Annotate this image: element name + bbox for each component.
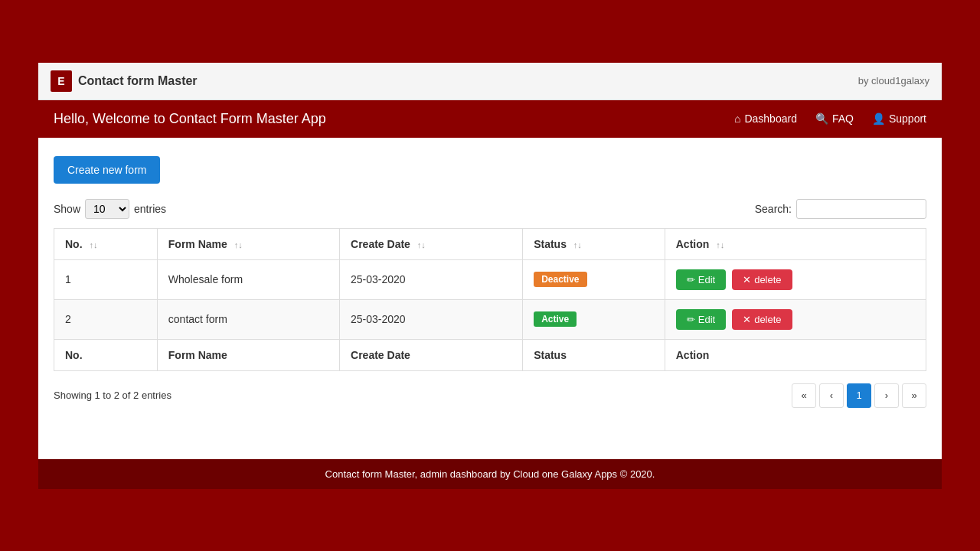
edit-label-1: Edit (698, 274, 715, 285)
pagination-prev[interactable]: ‹ (819, 383, 844, 408)
cell-form-name-2: contact form (157, 299, 339, 339)
header-bar: E Contact form Master by cloud1galaxy (38, 63, 942, 100)
status-badge-2: Active (534, 311, 577, 327)
action-btns-2: ✏ Edit ✕ delete (676, 309, 915, 330)
entries-label: entries (134, 203, 166, 215)
create-new-form-button[interactable]: Create new form (54, 156, 160, 184)
footer-cell-create-date: Create Date (340, 339, 523, 370)
cell-form-name-1: Wholesale form (157, 259, 339, 299)
app-title: Contact form Master (78, 74, 198, 88)
search-label: Search: (755, 203, 792, 215)
pagination-first[interactable]: « (792, 383, 816, 408)
pencil-icon-2: ✏ (687, 314, 695, 325)
footer-cell-no: No. (54, 339, 158, 370)
delete-label-2: delete (754, 314, 781, 325)
nav-links: ⌂ Dashboard 🔍 FAQ 👤 Support (734, 112, 926, 125)
show-label: Show (54, 203, 80, 215)
nav-faq[interactable]: 🔍 FAQ (815, 112, 854, 125)
home-icon: ⌂ (734, 112, 740, 125)
header-logo: E Contact form Master (51, 70, 198, 92)
pagination-page-1[interactable]: 1 (847, 383, 871, 408)
table-footer-row: No. Form Name Create Date Status Action (54, 339, 926, 370)
footer-cell-action: Action (665, 339, 926, 370)
cell-no-1: 1 (54, 259, 158, 299)
nav-welcome: Hello, Welcome to Contact Form Master Ap… (54, 111, 326, 127)
delete-button-1[interactable]: ✕ delete (732, 269, 792, 290)
show-entries: Show 10 25 50 100 entries (54, 199, 166, 219)
sort-icon-action[interactable]: ↑↓ (716, 240, 724, 249)
sort-icon-create-date[interactable]: ↑↓ (417, 240, 426, 249)
col-form-name: Form Name ↑↓ (157, 228, 339, 259)
col-no: No. ↑↓ (54, 228, 158, 259)
nav-faq-label: FAQ (832, 112, 854, 125)
delete-button-2[interactable]: ✕ delete (732, 309, 792, 330)
times-icon: ✕ (743, 274, 751, 285)
nav-bar: Hello, Welcome to Contact Form Master Ap… (38, 100, 942, 138)
footer: Contact form Master, admin dashboard by … (38, 459, 942, 489)
table-header-row: No. ↑↓ Form Name ↑↓ Create Date ↑↓ Statu… (54, 228, 926, 259)
cell-status-1: Deactive (523, 259, 665, 299)
col-form-name-label: Form Name (168, 238, 227, 250)
nav-support[interactable]: 👤 Support (872, 112, 926, 125)
delete-label-1: delete (754, 274, 781, 285)
col-status-label: Status (534, 238, 567, 250)
cell-action-2: ✏ Edit ✕ delete (665, 299, 926, 339)
faq-icon: 🔍 (815, 112, 828, 125)
nav-support-label: Support (889, 112, 926, 125)
col-action-label: Action (676, 238, 710, 250)
col-status: Status ↑↓ (523, 228, 665, 259)
showing-text: Showing 1 to 2 of 2 entries (54, 390, 172, 401)
col-action: Action ↑↓ (665, 228, 926, 259)
pagination-next[interactable]: › (874, 383, 899, 408)
footer-text: Contact form Master, admin dashboard by … (325, 468, 655, 480)
footer-cell-form-name: Form Name (157, 339, 339, 370)
nav-dashboard-label: Dashboard (744, 112, 797, 125)
action-btns-1: ✏ Edit ✕ delete (676, 269, 915, 290)
sort-icon-form-name[interactable]: ↑↓ (234, 240, 243, 249)
sort-icon-status[interactable]: ↑↓ (573, 240, 582, 249)
table-row: 2 contact form 25-03-2020 Active ✏ Edit (54, 299, 926, 339)
pagination: « ‹ 1 › » (792, 383, 926, 408)
edit-button-1[interactable]: ✏ Edit (676, 269, 726, 290)
edit-label-2: Edit (698, 314, 715, 325)
sort-icon-no[interactable]: ↑↓ (89, 240, 97, 249)
pencil-icon: ✏ (687, 274, 695, 285)
search-box: Search: (755, 199, 926, 219)
cell-create-date-2: 25-03-2020 (340, 299, 523, 339)
entries-select[interactable]: 10 25 50 100 (85, 199, 129, 219)
col-create-date: Create Date ↑↓ (340, 228, 523, 259)
content-area: Create new form Show 10 25 50 100 entrie… (38, 138, 942, 459)
cell-create-date-1: 25-03-2020 (340, 259, 523, 299)
table-footer: Showing 1 to 2 of 2 entries « ‹ 1 › » (54, 383, 926, 408)
status-badge-1: Deactive (534, 272, 586, 287)
cell-status-2: Active (523, 299, 665, 339)
data-table: No. ↑↓ Form Name ↑↓ Create Date ↑↓ Statu… (54, 228, 926, 371)
edit-button-2[interactable]: ✏ Edit (676, 309, 726, 330)
cell-action-1: ✏ Edit ✕ delete (665, 259, 926, 299)
pagination-last[interactable]: » (902, 383, 926, 408)
nav-dashboard[interactable]: ⌂ Dashboard (734, 112, 797, 125)
table-row: 1 Wholesale form 25-03-2020 Deactive ✏ E… (54, 259, 926, 299)
header-by-text: by cloud1galaxy (858, 75, 929, 86)
col-no-label: No. (65, 238, 83, 250)
support-icon: 👤 (872, 112, 885, 125)
col-create-date-label: Create Date (351, 238, 410, 250)
logo-icon: E (51, 70, 72, 92)
main-container: E Contact form Master by cloud1galaxy He… (38, 63, 942, 489)
table-controls: Show 10 25 50 100 entries Search: (54, 199, 926, 219)
footer-cell-status: Status (523, 339, 665, 370)
search-input[interactable] (796, 199, 926, 219)
cell-no-2: 2 (54, 299, 158, 339)
times-icon-2: ✕ (743, 314, 751, 325)
